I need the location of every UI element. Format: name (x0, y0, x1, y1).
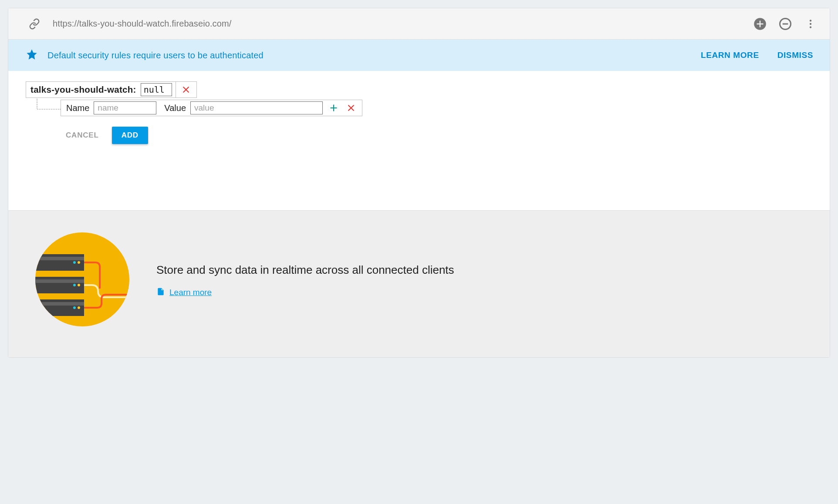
svg-rect-23 (34, 279, 84, 283)
root-value-input[interactable] (141, 83, 172, 96)
svg-point-29 (78, 306, 80, 309)
name-input[interactable] (94, 101, 156, 114)
value-label: Value (164, 103, 186, 113)
more-menu-icon[interactable] (802, 15, 819, 33)
promo-title: Store and sync data in realtime across a… (156, 262, 454, 279)
promo-footer: Store and sync data in realtime across a… (8, 210, 830, 357)
child-node: Name Value (61, 100, 362, 116)
promo-text: Store and sync data in realtime across a… (156, 262, 454, 299)
svg-point-6 (810, 23, 811, 24)
dismiss-button[interactable]: DISMISS (777, 50, 813, 60)
svg-rect-18 (34, 254, 84, 271)
svg-point-5 (810, 20, 811, 21)
svg-rect-22 (34, 277, 84, 293)
svg-point-20 (73, 261, 76, 264)
star-icon (26, 48, 38, 63)
database-panel: https://talks-you-should-watch.firebasei… (8, 8, 830, 358)
svg-rect-26 (34, 299, 84, 316)
svg-point-24 (73, 284, 76, 286)
add-child-icon[interactable] (327, 101, 340, 114)
data-editor: talks-you-should-watch Name Value (8, 71, 830, 210)
cancel-button[interactable]: CANCEL (61, 127, 104, 144)
tree-connector (35, 99, 61, 115)
svg-point-28 (73, 306, 76, 309)
svg-rect-19 (34, 257, 84, 260)
root-key-label: talks-you-should-watch (26, 84, 139, 95)
add-icon[interactable] (751, 15, 769, 33)
banner-message: Default security rules require users to … (47, 50, 701, 60)
header-actions (751, 15, 819, 33)
svg-rect-2 (757, 23, 764, 24)
svg-point-25 (78, 284, 80, 286)
svg-point-21 (78, 261, 80, 264)
root-node[interactable]: talks-you-should-watch (26, 81, 197, 98)
add-button[interactable]: ADD (112, 127, 148, 144)
svg-point-7 (810, 26, 811, 28)
promo-learn-more-link[interactable]: Learn more (169, 288, 212, 297)
database-url[interactable]: https://talks-you-should-watch.firebasei… (43, 19, 751, 29)
new-child-row: Name Value (26, 100, 812, 116)
delete-root-icon[interactable] (176, 82, 196, 97)
remove-icon[interactable] (777, 15, 794, 33)
name-label: Name (66, 103, 89, 113)
value-input[interactable] (190, 101, 323, 114)
promo-illustration (34, 232, 130, 329)
svg-rect-27 (34, 302, 84, 306)
promo-link: Learn more (156, 286, 212, 299)
editor-buttons: CANCEL ADD (61, 127, 812, 144)
remove-child-icon[interactable] (345, 101, 358, 114)
url-bar: https://talks-you-should-watch.firebasei… (8, 8, 830, 40)
security-banner: Default security rules require users to … (8, 40, 830, 71)
doc-icon (156, 286, 165, 299)
link-icon (26, 15, 43, 33)
learn-more-button[interactable]: LEARN MORE (701, 50, 759, 60)
